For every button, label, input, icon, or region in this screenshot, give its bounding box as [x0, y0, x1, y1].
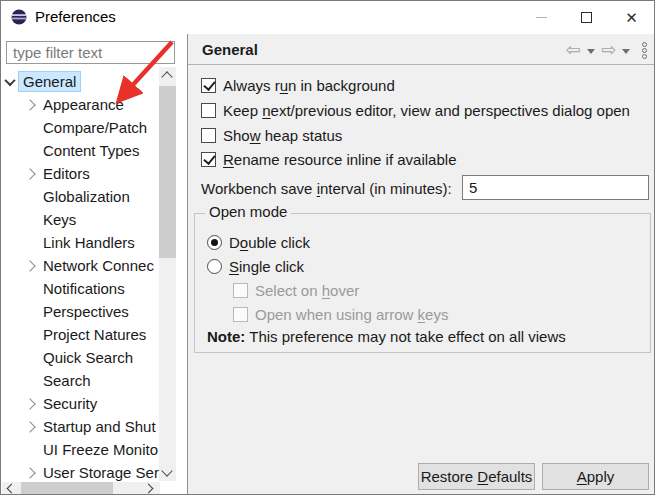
scroll-up-icon[interactable] [161, 71, 172, 82]
tree-item-search[interactable]: Search [2, 369, 160, 392]
tree-item-user-storage-service[interactable]: User Storage Ser [2, 461, 160, 482]
chevron-right-icon[interactable] [24, 421, 35, 432]
tree-item-link-handlers[interactable]: Link Handlers [2, 231, 160, 254]
radio-double-click[interactable]: Double click [207, 232, 310, 252]
tree-item-keys[interactable]: Keys [2, 208, 160, 231]
tree-item-compare-patch[interactable]: Compare/Patch [2, 116, 160, 139]
tree-item-ui-freeze-monitoring[interactable]: UI Freeze Monito [2, 438, 160, 461]
checkbox-open-when-using-arrow-keys: Open when using arrow keys [233, 304, 448, 324]
tree-item-quick-search[interactable]: Quick Search [2, 346, 160, 369]
checkbox-checked-icon[interactable] [201, 78, 216, 93]
back-dropdown-icon[interactable] [587, 49, 595, 54]
checkbox-show-heap-status[interactable]: Show heap status [201, 125, 342, 145]
minimize-button[interactable] [519, 1, 564, 33]
radio-selected-icon[interactable] [207, 235, 222, 250]
view-menu-icon[interactable] [642, 42, 647, 59]
tree-horizontal-scrollbar[interactable] [2, 482, 160, 495]
tree-item-perspectives[interactable]: Perspectives [2, 300, 160, 323]
checkbox-select-on-hover: Select on hover [233, 280, 359, 300]
checkbox-rename-resource-inline[interactable]: Rename resource inline if available [201, 149, 456, 169]
tree-item-general[interactable]: General [2, 70, 160, 93]
minimize-icon [536, 17, 547, 18]
scroll-left-icon[interactable] [7, 484, 17, 494]
checkbox-unchecked-icon[interactable] [201, 103, 216, 118]
scroll-down-icon[interactable] [161, 465, 172, 476]
tree-item-network-connections[interactable]: Network Connec [2, 254, 160, 277]
radio-unselected-icon[interactable] [207, 259, 222, 274]
scroll-right-icon[interactable] [144, 484, 154, 494]
tree-item-project-natures[interactable]: Project Natures [2, 323, 160, 346]
checkbox-disabled-icon [233, 283, 248, 298]
preferences-tree: General Appearance Compare/Patch Content… [2, 70, 160, 482]
title-bar[interactable]: Preferences ✕ [1, 1, 654, 34]
preferences-dialog: Preferences ✕ General Appearance Compare… [0, 0, 655, 495]
tree-item-security[interactable]: Security [2, 392, 160, 415]
checkbox-unchecked-icon[interactable] [201, 128, 216, 143]
apply-button[interactable]: Apply [542, 463, 649, 490]
filter-input[interactable] [6, 41, 175, 64]
open-mode-group: Open mode Double click Single click Sele… [194, 213, 651, 353]
save-interval-label: Workbench save interval (in minutes): [201, 180, 452, 197]
close-button[interactable]: ✕ [609, 1, 654, 33]
checkbox-checked-icon[interactable] [201, 152, 216, 167]
forward-dropdown-icon[interactable] [622, 49, 630, 54]
page-header: General ⇦ ⇨ [188, 34, 655, 65]
checkbox-keep-next-previous-dialog-open[interactable]: Keep next/previous editor, view and pers… [201, 100, 630, 120]
checkbox-disabled-icon [233, 307, 248, 322]
page-title: General [202, 41, 258, 58]
save-interval-input[interactable] [462, 175, 649, 200]
window-title: Preferences [35, 8, 116, 25]
maximize-icon [581, 12, 592, 23]
tree-item-appearance[interactable]: Appearance [2, 93, 160, 116]
checkbox-always-run-in-background[interactable]: Always run in background [201, 75, 395, 95]
radio-single-click[interactable]: Single click [207, 256, 304, 276]
chevron-down-icon[interactable] [4, 74, 15, 85]
forward-arrow-icon[interactable]: ⇨ [601, 41, 616, 59]
eclipse-logo-icon [11, 9, 27, 25]
tree-item-globalization[interactable]: Globalization [2, 185, 160, 208]
chevron-right-icon[interactable] [24, 99, 35, 110]
note-text: Note: This preference may not take effec… [207, 328, 566, 345]
open-mode-legend: Open mode [205, 203, 291, 220]
tree-item-editors[interactable]: Editors [2, 162, 160, 185]
general-preferences-panel: General ⇦ ⇨ Always run in background Kee… [188, 34, 655, 495]
chevron-right-icon[interactable] [24, 260, 35, 271]
chevron-right-icon[interactable] [24, 398, 35, 409]
tree-item-startup-and-shutdown[interactable]: Startup and Shut [2, 415, 160, 438]
vertical-scroll-thumb[interactable] [159, 86, 176, 258]
restore-defaults-button[interactable]: Restore Defaults [418, 463, 535, 490]
maximize-button[interactable] [564, 1, 609, 33]
back-arrow-icon[interactable]: ⇦ [566, 41, 581, 59]
tree-vertical-scrollbar[interactable] [159, 67, 176, 481]
chevron-right-icon[interactable] [24, 467, 35, 478]
tree-item-notifications[interactable]: Notifications [2, 277, 160, 300]
tree-item-content-types[interactable]: Content Types [2, 139, 160, 162]
horizontal-scroll-thumb[interactable] [21, 482, 113, 495]
preferences-sidebar: General Appearance Compare/Patch Content… [2, 34, 187, 495]
chevron-right-icon[interactable] [24, 168, 35, 179]
close-icon: ✕ [625, 10, 638, 25]
